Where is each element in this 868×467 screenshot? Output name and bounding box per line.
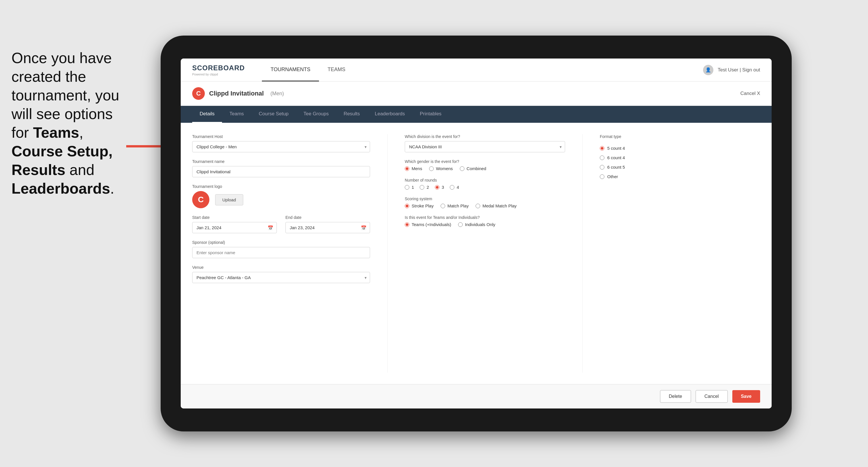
rounds-1-radio[interactable] xyxy=(405,185,409,190)
upload-button[interactable]: Upload xyxy=(215,194,243,206)
gender-womens-radio[interactable] xyxy=(429,166,434,171)
gender-combined-label: Combined xyxy=(467,166,486,171)
tab-printables[interactable]: Printables xyxy=(412,106,449,123)
division-label: Which division is the event for? xyxy=(405,134,565,139)
name-input[interactable] xyxy=(192,166,370,177)
save-button[interactable]: Save xyxy=(732,390,760,403)
rounds-radio-group: 1 2 3 4 xyxy=(405,185,565,190)
format-5count4-label: 5 count 4 xyxy=(607,146,625,151)
top-nav: SCOREBOARD Powered by clippd TOURNAMENTS… xyxy=(181,59,772,82)
rounds-2-item[interactable]: 2 xyxy=(420,185,429,190)
gender-group: Which gender is the event for? Mens Wome… xyxy=(405,159,565,171)
format-other-radio[interactable] xyxy=(600,175,604,179)
division-select-wrapper: NCAA Division III xyxy=(405,141,565,152)
user-area: 👤 Test User | Sign out xyxy=(703,65,760,75)
end-date-input[interactable] xyxy=(285,222,370,233)
cancel-header-button[interactable]: Cancel X xyxy=(740,91,760,96)
gender-combined-radio[interactable] xyxy=(460,166,464,171)
rounds-4-item[interactable]: 4 xyxy=(450,185,459,190)
format-group: Format type 5 count 4 6 count 4 xyxy=(600,134,760,179)
format-6count4-radio[interactable] xyxy=(600,155,604,160)
gender-mens-item[interactable]: Mens xyxy=(405,166,422,171)
scoring-match-item[interactable]: Match Play xyxy=(441,204,469,208)
gender-radio-group: Mens Womens Combined xyxy=(405,166,565,171)
scoring-match-radio[interactable] xyxy=(441,204,445,208)
tab-course-setup[interactable]: Course Setup xyxy=(251,106,296,123)
end-date-group: End date xyxy=(285,215,370,233)
tab-results[interactable]: Results xyxy=(336,106,368,123)
logo-area: SCOREBOARD Powered by clippd xyxy=(192,64,245,76)
tablet-frame: SCOREBOARD Powered by clippd TOURNAMENTS… xyxy=(161,36,792,431)
end-date-label: End date xyxy=(285,215,370,220)
format-5count4-item[interactable]: 5 count 4 xyxy=(600,146,760,151)
format-5count4-radio[interactable] xyxy=(600,146,604,151)
start-date-label: Start date xyxy=(192,215,277,220)
nav-link-teams[interactable]: TEAMS xyxy=(319,59,354,82)
rounds-1-item[interactable]: 1 xyxy=(405,185,414,190)
format-label: Format type xyxy=(600,134,760,139)
host-select[interactable]: Clippd College - Men xyxy=(192,141,370,152)
name-label: Tournament name xyxy=(192,159,370,164)
teams-individuals-item[interactable]: Teams (+Individuals) xyxy=(405,222,451,227)
dates-row: Start date End date xyxy=(192,215,370,233)
scoring-stroke-item[interactable]: Stroke Play xyxy=(405,204,434,208)
format-other-item[interactable]: Other xyxy=(600,174,760,179)
scoring-medal-radio[interactable] xyxy=(475,204,480,208)
scoring-medal-label: Medal Match Play xyxy=(483,204,517,208)
tournament-name: Clippd Invitational xyxy=(209,90,264,97)
logo-upload-area: C Upload xyxy=(192,191,370,208)
right-column: Format type 5 count 4 6 count 4 xyxy=(582,134,760,373)
host-label: Tournament Host xyxy=(192,134,370,139)
start-date-input[interactable] xyxy=(192,222,277,233)
rounds-group: Number of rounds 1 2 xyxy=(405,178,565,190)
tab-details[interactable]: Details xyxy=(192,106,222,123)
sponsor-input[interactable] xyxy=(192,247,370,258)
rounds-2-radio[interactable] xyxy=(420,185,424,190)
scoring-stroke-label: Stroke Play xyxy=(412,204,434,208)
scoring-medal-item[interactable]: Medal Match Play xyxy=(475,204,517,208)
logo-preview: C xyxy=(192,191,209,208)
rounds-3-item[interactable]: 3 xyxy=(435,185,444,190)
gender-womens-item[interactable]: Womens xyxy=(429,166,453,171)
format-6count5-radio[interactable] xyxy=(600,165,604,169)
venue-select[interactable]: Peachtree GC - Atlanta - GA xyxy=(192,272,370,283)
rounds-4-radio[interactable] xyxy=(450,185,454,190)
logo-label: Tournament logo xyxy=(192,184,370,189)
instruction-comma1: , xyxy=(79,124,83,141)
tab-bar: Details Teams Course Setup Tee Groups Re… xyxy=(181,106,772,123)
gender-combined-item[interactable]: Combined xyxy=(460,166,486,171)
rounds-2-label: 2 xyxy=(427,185,429,190)
scoring-stroke-radio[interactable] xyxy=(405,204,409,208)
left-instruction-text: Once you have created the tournament, yo… xyxy=(0,40,138,207)
gender-mens-radio[interactable] xyxy=(405,166,409,171)
tab-teams[interactable]: Teams xyxy=(222,106,251,123)
division-select[interactable]: NCAA Division III xyxy=(405,141,565,152)
tablet-screen: SCOREBOARD Powered by clippd TOURNAMENTS… xyxy=(181,59,772,408)
delete-button[interactable]: Delete xyxy=(660,390,691,403)
format-6count5-label: 6 count 5 xyxy=(607,165,625,169)
teams-individuals-radio[interactable] xyxy=(405,222,409,227)
cancel-button[interactable]: Cancel xyxy=(695,390,728,403)
logo-sub: Powered by clippd xyxy=(192,72,245,76)
individuals-only-label: Individuals Only xyxy=(465,222,495,227)
nav-link-tournaments[interactable]: TOURNAMENTS xyxy=(262,59,319,82)
sponsor-group: Sponsor (optional) xyxy=(192,240,370,258)
gender-mens-label: Mens xyxy=(412,166,422,171)
tab-tee-groups[interactable]: Tee Groups xyxy=(296,106,336,123)
division-group: Which division is the event for? NCAA Di… xyxy=(405,134,565,152)
tournament-sub: (Men) xyxy=(271,91,284,97)
individuals-only-radio[interactable] xyxy=(458,222,463,227)
instruction-and: and xyxy=(65,161,94,178)
format-6count5-item[interactable]: 6 count 5 xyxy=(600,165,760,169)
form-grid: Tournament Host Clippd College - Men Tou… xyxy=(192,134,760,373)
teams-label: Is this event for Teams and/or Individua… xyxy=(405,215,565,220)
host-select-wrapper: Clippd College - Men xyxy=(192,141,370,152)
sponsor-label: Sponsor (optional) xyxy=(192,240,370,245)
rounds-3-radio[interactable] xyxy=(435,185,439,190)
logo-group: Tournament logo C Upload xyxy=(192,184,370,208)
individuals-only-item[interactable]: Individuals Only xyxy=(458,222,495,227)
tab-leaderboards[interactable]: Leaderboards xyxy=(368,106,412,123)
user-text[interactable]: Test User | Sign out xyxy=(718,67,760,73)
rounds-3-label: 3 xyxy=(442,185,444,190)
format-6count4-item[interactable]: 6 count 4 xyxy=(600,155,760,160)
